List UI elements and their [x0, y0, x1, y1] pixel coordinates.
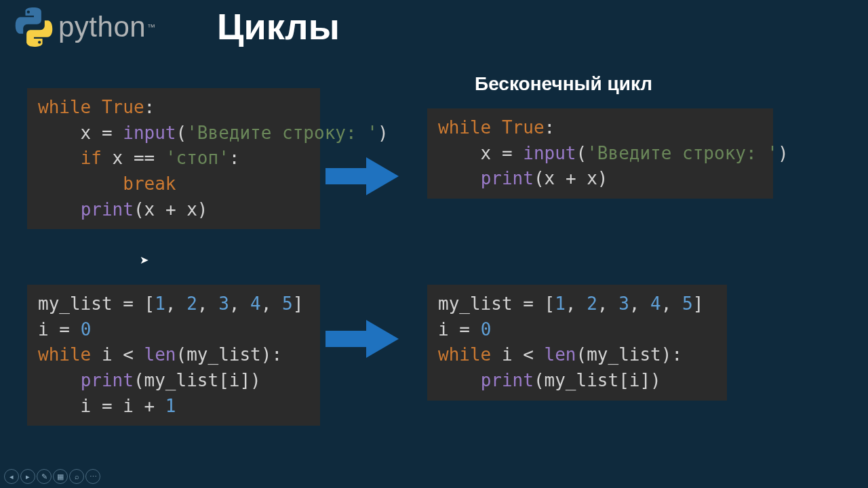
trademark: ™ — [147, 22, 155, 32]
prev-slide-button[interactable]: ◂ — [4, 469, 19, 484]
code-box-top-left: while True: x = input('Введите строку: '… — [27, 88, 320, 229]
python-wordmark: python — [58, 11, 146, 43]
slide-subtitle: Бесконечный цикл — [475, 73, 652, 95]
svg-marker-1 — [326, 320, 399, 358]
next-slide-button[interactable]: ▸ — [20, 469, 35, 484]
code-box-bottom-right: my_list = [1, 2, 3, 4, 5] i = 0 while i … — [427, 285, 727, 401]
arrow-right-icon — [326, 156, 400, 197]
zoom-button[interactable]: ⌕ — [69, 469, 84, 484]
mouse-cursor-icon: ➤ — [140, 253, 149, 266]
code-box-top-right: while True: x = input('Введите строку: '… — [427, 108, 773, 199]
slide-title: Циклы — [217, 5, 340, 47]
header: python ™ — [14, 7, 155, 47]
python-logo-icon — [14, 7, 54, 47]
more-options-button[interactable]: ⋯ — [85, 469, 100, 484]
presenter-toolbar: ◂ ▸ ✎ ▦ ⌕ ⋯ — [4, 469, 100, 484]
arrow-right-icon — [326, 319, 400, 359]
slide: python ™ Циклы Бесконечный цикл while Tr… — [0, 0, 868, 488]
svg-marker-0 — [326, 157, 399, 195]
code-box-bottom-left: my_list = [1, 2, 3, 4, 5] i = 0 while i … — [27, 285, 320, 426]
pen-button[interactable]: ✎ — [37, 469, 52, 484]
slides-grid-button[interactable]: ▦ — [53, 469, 68, 484]
